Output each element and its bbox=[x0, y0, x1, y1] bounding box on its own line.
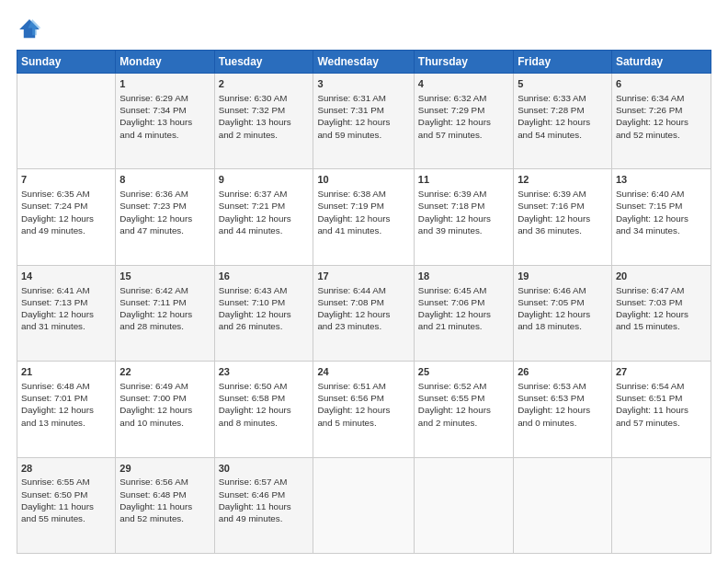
logo-icon bbox=[17, 17, 42, 42]
day-info: Sunrise: 6:48 AM Sunset: 7:01 PM Dayligh… bbox=[21, 380, 111, 429]
calendar-cell: 7Sunrise: 6:35 AM Sunset: 7:24 PM Daylig… bbox=[17, 169, 116, 265]
calendar-cell bbox=[514, 457, 612, 553]
calendar-cell: 5Sunrise: 6:33 AM Sunset: 7:28 PM Daylig… bbox=[514, 74, 612, 169]
day-info: Sunrise: 6:36 AM Sunset: 7:23 PM Dayligh… bbox=[119, 188, 210, 236]
calendar-cell: 18Sunrise: 6:45 AM Sunset: 7:06 PM Dayli… bbox=[414, 265, 513, 361]
day-info: Sunrise: 6:46 AM Sunset: 7:05 PM Dayligh… bbox=[518, 284, 608, 333]
day-info: Sunrise: 6:42 AM Sunset: 7:11 PM Dayligh… bbox=[119, 284, 210, 333]
day-info: Sunrise: 6:40 AM Sunset: 7:15 PM Dayligh… bbox=[616, 188, 707, 236]
day-number: 1 bbox=[119, 77, 210, 91]
day-number: 27 bbox=[616, 365, 707, 379]
day-info: Sunrise: 6:37 AM Sunset: 7:21 PM Dayligh… bbox=[219, 188, 310, 236]
day-number: 3 bbox=[317, 77, 409, 91]
day-number: 28 bbox=[21, 462, 111, 476]
day-info: Sunrise: 6:38 AM Sunset: 7:19 PM Dayligh… bbox=[317, 188, 409, 236]
day-number: 4 bbox=[418, 77, 509, 91]
calendar-cell: 27Sunrise: 6:54 AM Sunset: 6:51 PM Dayli… bbox=[611, 362, 711, 457]
calendar-cell: 9Sunrise: 6:37 AM Sunset: 7:21 PM Daylig… bbox=[214, 169, 313, 265]
day-info: Sunrise: 6:55 AM Sunset: 6:50 PM Dayligh… bbox=[21, 476, 111, 524]
weekday-header: Sunday bbox=[17, 51, 116, 74]
day-number: 7 bbox=[21, 173, 111, 187]
calendar-cell: 15Sunrise: 6:42 AM Sunset: 7:11 PM Dayli… bbox=[116, 265, 214, 361]
calendar-cell: 16Sunrise: 6:43 AM Sunset: 7:10 PM Dayli… bbox=[214, 265, 313, 361]
day-number: 20 bbox=[616, 270, 707, 283]
day-info: Sunrise: 6:57 AM Sunset: 6:46 PM Dayligh… bbox=[219, 476, 310, 524]
day-info: Sunrise: 6:39 AM Sunset: 7:16 PM Dayligh… bbox=[518, 188, 608, 236]
day-info: Sunrise: 6:51 AM Sunset: 6:56 PM Dayligh… bbox=[317, 380, 409, 429]
calendar-cell: 8Sunrise: 6:36 AM Sunset: 7:23 PM Daylig… bbox=[116, 169, 214, 265]
weekday-header: Monday bbox=[116, 51, 214, 74]
calendar-cell: 14Sunrise: 6:41 AM Sunset: 7:13 PM Dayli… bbox=[17, 265, 116, 361]
day-number: 6 bbox=[616, 77, 707, 91]
calendar-cell: 30Sunrise: 6:57 AM Sunset: 6:46 PM Dayli… bbox=[214, 457, 313, 553]
day-number: 5 bbox=[518, 77, 608, 91]
calendar-cell: 22Sunrise: 6:49 AM Sunset: 7:00 PM Dayli… bbox=[116, 362, 214, 457]
calendar-cell: 24Sunrise: 6:51 AM Sunset: 6:56 PM Dayli… bbox=[313, 362, 414, 457]
calendar-cell: 20Sunrise: 6:47 AM Sunset: 7:03 PM Dayli… bbox=[611, 265, 711, 361]
day-number: 2 bbox=[219, 77, 310, 91]
day-number: 11 bbox=[418, 173, 509, 187]
calendar-cell bbox=[313, 457, 414, 553]
day-info: Sunrise: 6:54 AM Sunset: 6:51 PM Dayligh… bbox=[616, 380, 707, 429]
calendar-cell: 25Sunrise: 6:52 AM Sunset: 6:55 PM Dayli… bbox=[414, 362, 513, 457]
day-number: 17 bbox=[317, 270, 409, 283]
calendar-cell: 11Sunrise: 6:39 AM Sunset: 7:18 PM Dayli… bbox=[414, 169, 513, 265]
calendar-cell: 6Sunrise: 6:34 AM Sunset: 7:26 PM Daylig… bbox=[611, 74, 711, 169]
day-number: 29 bbox=[119, 462, 210, 476]
calendar-cell: 4Sunrise: 6:32 AM Sunset: 7:29 PM Daylig… bbox=[414, 74, 513, 169]
logo bbox=[17, 17, 46, 42]
calendar-cell: 23Sunrise: 6:50 AM Sunset: 6:58 PM Dayli… bbox=[214, 362, 313, 457]
weekday-header: Wednesday bbox=[313, 51, 414, 74]
calendar-cell: 1Sunrise: 6:29 AM Sunset: 7:34 PM Daylig… bbox=[116, 74, 214, 169]
weekday-header: Tuesday bbox=[214, 51, 313, 74]
day-info: Sunrise: 6:53 AM Sunset: 6:53 PM Dayligh… bbox=[518, 380, 608, 429]
day-info: Sunrise: 6:50 AM Sunset: 6:58 PM Dayligh… bbox=[219, 380, 310, 429]
day-number: 14 bbox=[21, 270, 111, 283]
calendar-cell: 17Sunrise: 6:44 AM Sunset: 7:08 PM Dayli… bbox=[313, 265, 414, 361]
day-info: Sunrise: 6:29 AM Sunset: 7:34 PM Dayligh… bbox=[119, 92, 210, 141]
calendar-cell bbox=[414, 457, 513, 553]
day-info: Sunrise: 6:39 AM Sunset: 7:18 PM Dayligh… bbox=[418, 188, 509, 236]
calendar-cell: 12Sunrise: 6:39 AM Sunset: 7:16 PM Dayli… bbox=[514, 169, 612, 265]
day-info: Sunrise: 6:52 AM Sunset: 6:55 PM Dayligh… bbox=[418, 380, 509, 429]
calendar-cell: 3Sunrise: 6:31 AM Sunset: 7:31 PM Daylig… bbox=[313, 74, 414, 169]
day-number: 13 bbox=[616, 173, 707, 187]
calendar: SundayMondayTuesdayWednesdayThursdayFrid… bbox=[17, 50, 711, 554]
day-info: Sunrise: 6:30 AM Sunset: 7:32 PM Dayligh… bbox=[219, 92, 310, 141]
day-number: 10 bbox=[317, 173, 409, 187]
day-info: Sunrise: 6:43 AM Sunset: 7:10 PM Dayligh… bbox=[219, 284, 310, 333]
day-number: 18 bbox=[418, 270, 509, 283]
calendar-cell: 10Sunrise: 6:38 AM Sunset: 7:19 PM Dayli… bbox=[313, 169, 414, 265]
day-number: 24 bbox=[317, 365, 409, 379]
weekday-header: Saturday bbox=[611, 51, 711, 74]
calendar-cell: 2Sunrise: 6:30 AM Sunset: 7:32 PM Daylig… bbox=[214, 74, 313, 169]
day-info: Sunrise: 6:33 AM Sunset: 7:28 PM Dayligh… bbox=[518, 92, 608, 141]
day-number: 25 bbox=[418, 365, 509, 379]
day-number: 8 bbox=[119, 173, 210, 187]
day-info: Sunrise: 6:47 AM Sunset: 7:03 PM Dayligh… bbox=[616, 284, 707, 333]
day-number: 30 bbox=[219, 462, 310, 476]
day-info: Sunrise: 6:34 AM Sunset: 7:26 PM Dayligh… bbox=[616, 92, 707, 141]
day-info: Sunrise: 6:31 AM Sunset: 7:31 PM Dayligh… bbox=[317, 92, 409, 141]
calendar-cell: 28Sunrise: 6:55 AM Sunset: 6:50 PM Dayli… bbox=[17, 457, 116, 553]
calendar-cell: 13Sunrise: 6:40 AM Sunset: 7:15 PM Dayli… bbox=[611, 169, 711, 265]
calendar-cell bbox=[611, 457, 711, 553]
day-info: Sunrise: 6:35 AM Sunset: 7:24 PM Dayligh… bbox=[21, 188, 111, 236]
day-info: Sunrise: 6:41 AM Sunset: 7:13 PM Dayligh… bbox=[21, 284, 111, 333]
day-number: 21 bbox=[21, 365, 111, 379]
day-number: 23 bbox=[219, 365, 310, 379]
day-number: 15 bbox=[119, 270, 210, 283]
day-info: Sunrise: 6:32 AM Sunset: 7:29 PM Dayligh… bbox=[418, 92, 509, 141]
weekday-header: Friday bbox=[514, 51, 612, 74]
weekday-header: Thursday bbox=[414, 51, 513, 74]
calendar-cell: 21Sunrise: 6:48 AM Sunset: 7:01 PM Dayli… bbox=[17, 362, 116, 457]
calendar-cell: 19Sunrise: 6:46 AM Sunset: 7:05 PM Dayli… bbox=[514, 265, 612, 361]
day-info: Sunrise: 6:45 AM Sunset: 7:06 PM Dayligh… bbox=[418, 284, 509, 333]
calendar-cell: 26Sunrise: 6:53 AM Sunset: 6:53 PM Dayli… bbox=[514, 362, 612, 457]
day-info: Sunrise: 6:49 AM Sunset: 7:00 PM Dayligh… bbox=[119, 380, 210, 429]
day-number: 9 bbox=[219, 173, 310, 187]
day-number: 22 bbox=[119, 365, 210, 379]
calendar-cell bbox=[17, 74, 116, 169]
day-info: Sunrise: 6:56 AM Sunset: 6:48 PM Dayligh… bbox=[119, 476, 210, 524]
day-number: 26 bbox=[518, 365, 608, 379]
